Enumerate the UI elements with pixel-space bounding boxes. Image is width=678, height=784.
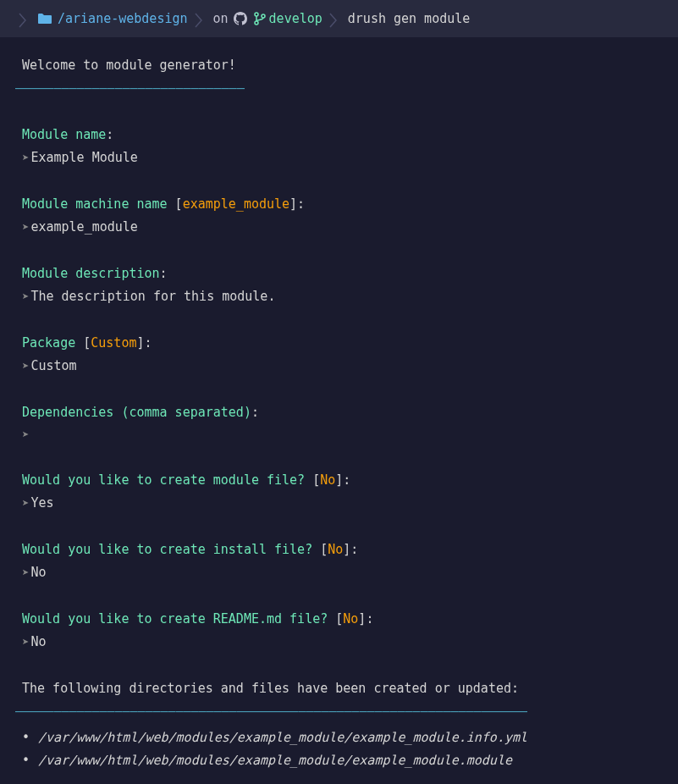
prompt-label: Would you like to create module file?: [22, 472, 305, 488]
prompt-label: Dependencies (comma separated): [22, 405, 251, 420]
arrow-icon: ➤: [22, 424, 29, 445]
breadcrumb: /ariane-webdesign on develop drush gen m…: [0, 0, 678, 37]
footer-header: The following directories and files have…: [15, 677, 663, 700]
prompt-block: Dependencies (comma separated):➤: [15, 401, 663, 445]
answer-text: Custom: [30, 355, 76, 378]
breadcrumb-branch: develop: [269, 8, 322, 30]
prompt-colon: :: [106, 127, 113, 142]
prompt-colon: :: [160, 266, 168, 281]
answer-line: ➤The description for this module.: [22, 285, 663, 308]
prompt-block: Package [Custom]:➤Custom: [15, 332, 663, 378]
prompt-line: Would you like to create README.md file?…: [22, 608, 663, 631]
header-underline: ––––––––––––––––––––––––––––––: [15, 77, 663, 100]
bullet-icon: •: [22, 726, 30, 749]
file-path: /var/www/html/web/modules/example_module…: [38, 749, 512, 772]
arrow-icon: ➤: [22, 217, 29, 238]
prompt-label: Package: [22, 335, 75, 351]
bracket-open: [: [305, 472, 320, 488]
answer-line: ➤No: [22, 631, 663, 654]
terminal-output: Welcome to module generator! –––––––––––…: [0, 37, 678, 784]
answer-text: The description for this module.: [30, 285, 275, 308]
prompt-block: Would you like to create install file? […: [15, 538, 663, 584]
prompt-block: Module name:➤Example Module: [15, 124, 663, 169]
prompt-block: Would you like to create README.md file?…: [15, 608, 663, 654]
prompt-block: Module description:➤The description for …: [15, 262, 663, 308]
file-item: • /var/www/html/web/modules/example_modu…: [22, 749, 663, 772]
prompt-label: Module description: [22, 266, 160, 281]
prompt-default: No: [320, 472, 335, 488]
bullet-icon: •: [22, 749, 30, 772]
prompt-block: Would you like to create module file? [N…: [15, 469, 663, 515]
arrow-icon: ➤: [22, 286, 29, 307]
arrow-icon: ➤: [22, 147, 29, 168]
prompt-label: Module name: [22, 127, 106, 142]
file-path: /var/www/html/web/modules/example_module…: [38, 726, 527, 749]
prompt-label: Would you like to create install file?: [22, 542, 312, 557]
prompt-colon: :: [251, 405, 259, 420]
bracket-open: [: [168, 196, 183, 212]
prompt-default: example_module: [183, 196, 289, 212]
welcome-header: Welcome to module generator!: [15, 54, 663, 77]
breadcrumb-path: /ariane-webdesign: [58, 8, 188, 30]
bracket-close: ]:: [343, 542, 358, 557]
svg-point-1: [255, 21, 258, 25]
answer-text: No: [30, 561, 46, 584]
bracket-close: ]:: [136, 335, 152, 351]
answer-text: Example Module: [30, 146, 137, 169]
prompt-line: Module machine name [example_module]:: [22, 193, 663, 216]
svg-point-0: [255, 13, 258, 16]
bracket-close: ]:: [289, 196, 305, 212]
footer-underline: ––––––––––––––––––––––––––––––––––––––––…: [15, 700, 663, 723]
arrow-icon: ➤: [22, 562, 29, 583]
prompt-default: No: [328, 542, 343, 557]
breadcrumb-on: on: [213, 8, 229, 30]
arrow-icon: ➤: [22, 356, 29, 377]
breadcrumb-command: drush gen module: [348, 8, 471, 30]
svg-point-2: [262, 14, 265, 18]
answer-line: ➤No: [22, 561, 663, 584]
prompt-block: Module machine name [example_module]:➤ex…: [15, 193, 663, 239]
file-list: • /var/www/html/web/modules/example_modu…: [15, 726, 663, 772]
folder-icon: [37, 8, 52, 30]
prompt-line: Dependencies (comma separated):: [22, 401, 663, 424]
answer-text: No: [30, 631, 46, 654]
github-icon: [234, 8, 247, 30]
bracket-open: [: [75, 335, 91, 351]
arrow-icon: ➤: [22, 493, 29, 514]
answer-text: Yes: [30, 492, 53, 515]
branch-icon: [254, 8, 266, 30]
answer-line: ➤example_module: [22, 216, 663, 239]
answer-text: example_module: [30, 216, 137, 239]
prompt-default: Custom: [91, 335, 136, 351]
file-item: • /var/www/html/web/modules/example_modu…: [22, 726, 663, 749]
prompt-label: Would you like to create README.md file?: [22, 611, 328, 627]
answer-line: ➤Example Module: [22, 146, 663, 169]
answer-line: ➤Custom: [22, 355, 663, 378]
answer-line: ➤: [22, 424, 663, 445]
prompt-label: Module machine name: [22, 196, 168, 212]
prompt-line: Package [Custom]:: [22, 332, 663, 355]
bracket-open: [: [328, 611, 343, 627]
prompt-default: No: [343, 611, 358, 627]
prompt-line: Would you like to create install file? […: [22, 538, 663, 561]
answer-line: ➤Yes: [22, 492, 663, 515]
prompt-line: Module description:: [22, 262, 663, 285]
bracket-close: ]:: [358, 611, 373, 627]
prompt-line: Module name:: [22, 124, 663, 146]
bracket-open: [: [312, 542, 328, 557]
arrow-icon: ➤: [22, 632, 29, 653]
bracket-close: ]:: [335, 472, 350, 488]
prompt-line: Would you like to create module file? [N…: [22, 469, 663, 492]
